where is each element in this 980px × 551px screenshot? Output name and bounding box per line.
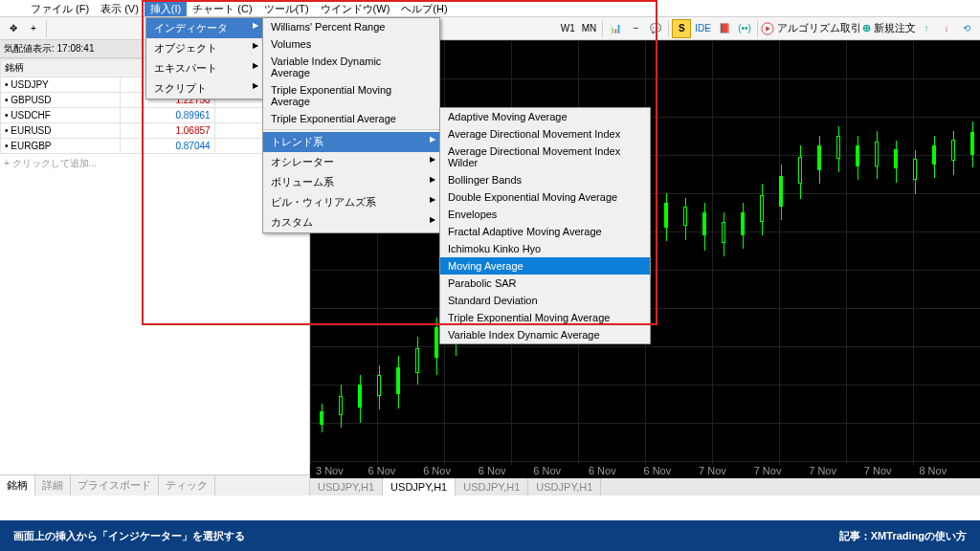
menu-item[interactable]: ビル・ウィリアムズ系	[263, 192, 439, 212]
menu-item[interactable]: チャート (C)	[187, 0, 257, 16]
x-label: 7 Nov 10:00	[809, 465, 864, 478]
menu-item[interactable]: Average Directional Movement Index Wilde…	[440, 143, 650, 171]
menu-item[interactable]: Moving Average	[440, 257, 650, 275]
tf-w1[interactable]: W1	[558, 23, 578, 33]
x-label: 8 Nov 02:00	[919, 465, 974, 478]
play-icon	[761, 22, 774, 35]
auto-icon[interactable]: ⟲	[957, 19, 976, 38]
menu-item[interactable]: エキスパート	[146, 58, 262, 78]
menu-item[interactable]: Triple Exponential Moving Average	[440, 309, 650, 326]
menu-item[interactable]: トレンド系	[263, 132, 439, 152]
new-order-button[interactable]: ⊕ 新規注文	[862, 21, 916, 35]
footer-left: 画面上の挿入から「インジケーター」を選択する	[13, 529, 245, 543]
book-icon[interactable]: 📕	[715, 19, 734, 38]
menu-item[interactable]: Parabolic SAR	[440, 275, 650, 292]
x-axis: 3 Nov 20236 Nov 02:006 Nov 06:006 Nov 10…	[310, 465, 980, 478]
menu-item[interactable]: 挿入(I)	[145, 0, 187, 16]
separator	[668, 20, 669, 37]
x-label: 6 Nov 06:00	[423, 465, 479, 478]
signal-icon[interactable]: (••)	[735, 19, 754, 38]
menubar[interactable]: ファイル (F)表示 (V)挿入(I)チャート (C)ツール(T)ウインドウ(W…	[0, 0, 980, 17]
chart-tab[interactable]: USDJPY,H1	[456, 478, 528, 496]
menu-item[interactable]: オブジェクト	[146, 38, 262, 58]
menu-item[interactable]: ボリューム系	[263, 172, 439, 192]
menu-item[interactable]: 表示 (V)	[95, 0, 145, 16]
x-label: 7 Nov 14:00	[864, 465, 920, 478]
menu-item[interactable]: Average Directional Movement Index	[440, 125, 650, 143]
algo-trading-button[interactable]: アルゴリズム取引	[761, 21, 861, 35]
menu-item[interactable]: Adaptive Moving Average	[440, 108, 650, 125]
menu-spacer	[4, 0, 25, 16]
crosshair-icon[interactable]: +	[24, 19, 43, 38]
ide-button[interactable]: IDE	[692, 23, 714, 33]
chat-icon[interactable]: 💬	[646, 19, 665, 38]
menu-item[interactable]: Standard Deviation	[440, 292, 650, 309]
left-tabs[interactable]: 銘柄詳細プライスボードティック	[0, 474, 309, 496]
menu-item[interactable]: オシレーター	[263, 152, 439, 172]
chart-tab[interactable]: USDJPY,H1	[310, 478, 383, 496]
x-label: 6 Nov 22:00	[644, 465, 700, 478]
x-label: 6 Nov 02:00	[368, 465, 424, 478]
footer-banner: 画面上の挿入から「インジケーター」を選択する 記事：XMTradingの使い方	[0, 520, 980, 551]
trend-submenu[interactable]: Adaptive Moving AverageAverage Direction…	[439, 107, 651, 344]
menu-item[interactable]: Double Exponential Moving Average	[440, 188, 650, 206]
menu-item[interactable]: ツール(T)	[258, 0, 315, 16]
menu-item[interactable]: Variable Index Dynamic Average	[263, 53, 439, 81]
x-label: 6 Nov 18:00	[589, 465, 644, 478]
up-icon[interactable]: ↑	[917, 19, 936, 38]
tf-mn[interactable]: MN	[579, 23, 600, 33]
menu-item[interactable]: Variable Index Dynamic Average	[440, 326, 650, 343]
menu-item[interactable]: Envelopes	[440, 206, 650, 223]
menu-item[interactable]: Williams' Percent Range	[263, 18, 439, 35]
s-button[interactable]: S	[672, 19, 691, 38]
cursor-icon[interactable]: ✥	[4, 19, 23, 38]
menu-item[interactable]: スクリプト	[146, 78, 262, 99]
chart-style-icon[interactable]: 📊	[606, 19, 625, 38]
menu-item[interactable]: ヘルプ(H)	[395, 0, 453, 16]
down-icon[interactable]: ↓	[937, 19, 956, 38]
menu-item[interactable]: Bollinger Bands	[440, 171, 650, 188]
separator	[757, 20, 758, 37]
footer-right: 記事：XMTradingの使い方	[839, 529, 967, 543]
menu-item[interactable]: インディケータ	[146, 18, 262, 38]
separator	[46, 20, 47, 37]
chart-tab[interactable]: USDJPY,H1	[528, 478, 601, 496]
left-tab[interactable]: ティック	[159, 475, 215, 496]
menu-separator	[263, 129, 439, 130]
chart-tabs[interactable]: USDJPY,H1USDJPY,H1USDJPY,H1USDJPY,H1	[310, 478, 980, 496]
plus-icon: ⊕	[862, 22, 871, 34]
menu-item[interactable]: Fractal Adaptive Moving Average	[440, 223, 650, 240]
indicators-submenu[interactable]: Williams' Percent RangeVolumesVariable I…	[262, 17, 440, 233]
left-tab[interactable]: 銘柄	[0, 475, 35, 496]
menu-item[interactable]: ファイル (F)	[25, 0, 95, 16]
x-label: 7 Nov 06:00	[754, 465, 810, 478]
menu-item[interactable]: Triple Exponential Average	[263, 110, 439, 127]
x-label: 7 Nov 02:00	[699, 465, 754, 478]
menu-item[interactable]: カスタム	[263, 212, 439, 232]
x-label: 6 Nov 10:00	[479, 465, 534, 478]
menu-item[interactable]: Volumes	[263, 35, 439, 53]
menu-item[interactable]: ウインドウ(W)	[315, 0, 396, 16]
chart-tab[interactable]: USDJPY,H1	[383, 478, 456, 496]
zoom-out-icon[interactable]: −	[626, 19, 645, 38]
x-label: 3 Nov 2023	[316, 465, 368, 478]
insert-menu[interactable]: インディケータオブジェクトエキスパートスクリプト	[145, 17, 263, 99]
x-label: 6 Nov 14:00	[533, 465, 589, 478]
menu-item[interactable]: Ichimoku Kinko Hyo	[440, 240, 650, 257]
left-tab[interactable]: 詳細	[35, 475, 71, 496]
menu-item[interactable]: Triple Exponential Moving Average	[263, 81, 439, 110]
separator	[602, 20, 603, 37]
left-tab[interactable]: プライスボード	[71, 475, 159, 496]
